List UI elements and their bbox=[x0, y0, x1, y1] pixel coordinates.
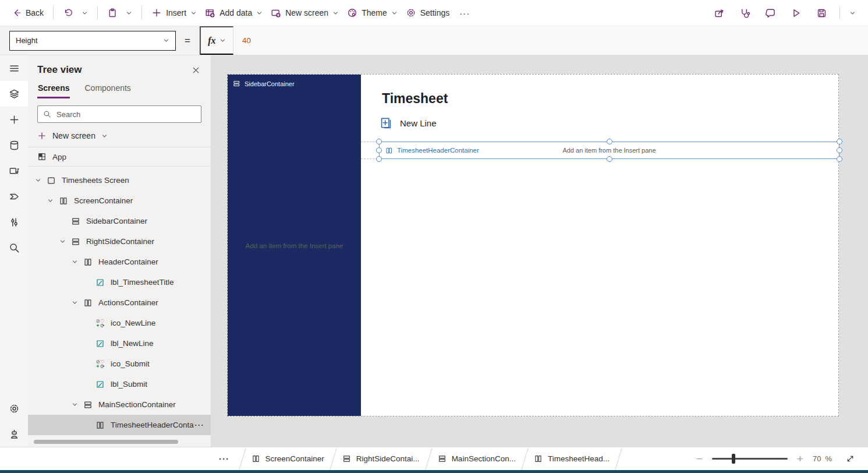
zoom-out-button[interactable]: − bbox=[696, 453, 703, 464]
horizontal-scrollbar[interactable] bbox=[34, 440, 178, 444]
sidebar-container[interactable]: SidebarContainer Add an item from the In… bbox=[228, 75, 361, 416]
formula-input[interactable]: 40 bbox=[233, 36, 260, 45]
rail-media-button[interactable] bbox=[0, 158, 28, 183]
preview-button[interactable] bbox=[783, 3, 809, 22]
save-button[interactable] bbox=[809, 3, 834, 22]
breadcrumb-item-TimesheetHead[interactable]: TimesheetHead... bbox=[534, 454, 610, 463]
tree-item-lbl_TimesheetTitle[interactable]: lbl_TimesheetTitle bbox=[28, 272, 211, 292]
new-line-control[interactable]: New Line bbox=[380, 117, 437, 129]
tree-item-lbl_Submit[interactable]: lbl_Submit bbox=[28, 374, 211, 394]
tree-item-HeaderContainer[interactable]: HeaderContainer bbox=[28, 252, 211, 272]
rail-power-automate-button[interactable] bbox=[0, 183, 28, 209]
comments-button[interactable] bbox=[757, 3, 783, 22]
new-screen-button[interactable]: New screen bbox=[267, 5, 343, 20]
rail-search-button[interactable] bbox=[0, 235, 28, 260]
resize-handle[interactable] bbox=[607, 156, 612, 162]
new-screen-label: New screen bbox=[285, 8, 328, 17]
gear-icon bbox=[9, 403, 20, 414]
tree-item-app[interactable]: App bbox=[28, 147, 211, 167]
zoom-slider[interactable] bbox=[712, 458, 788, 460]
power-automate-icon bbox=[9, 191, 20, 202]
tree-item-label: ico_NewLine bbox=[111, 319, 155, 327]
rail-tree-view-button[interactable] bbox=[0, 81, 28, 107]
chevron-down-icon[interactable] bbox=[59, 238, 70, 246]
insert-button[interactable]: Insert bbox=[147, 5, 201, 20]
chevron-down-icon[interactable] bbox=[72, 258, 82, 266]
breadcrumb-item-MainSectionCon[interactable]: MainSectionCon... bbox=[438, 454, 516, 463]
selected-timesheet-header-container[interactable]: TimesheetHeaderContainer Add an item fro… bbox=[379, 142, 839, 159]
container-v-icon bbox=[83, 400, 93, 410]
tree-item-label: TimesheetHeaderConta bbox=[111, 421, 194, 429]
chevron-down-icon[interactable] bbox=[35, 177, 45, 185]
paste-menu-button[interactable] bbox=[122, 8, 136, 19]
timesheet-title-label[interactable]: Timesheet bbox=[382, 91, 448, 107]
breadcrumb-item-RightSideContai[interactable]: RightSideContai... bbox=[342, 454, 420, 463]
rail-virtual-agent-button[interactable] bbox=[0, 421, 28, 447]
tree-item-ScreenContainer[interactable]: ScreenContainer bbox=[28, 190, 211, 211]
screen-main-area: Timesheet New Line TimesheetHeaderContai… bbox=[361, 75, 838, 416]
app-checker-button[interactable] bbox=[732, 3, 757, 22]
rail-settings-button[interactable] bbox=[0, 396, 28, 421]
property-dropdown[interactable]: Height bbox=[9, 31, 176, 51]
back-button[interactable]: Back bbox=[8, 6, 48, 20]
tree-item-ico_NewLine[interactable]: ⊘♡+⟳ico_NewLine bbox=[28, 313, 211, 333]
rail-data-button[interactable] bbox=[0, 132, 28, 158]
add-data-button[interactable]: Add data bbox=[201, 5, 267, 20]
zoom-slider-thumb[interactable] bbox=[732, 454, 735, 464]
tab-components[interactable]: Components bbox=[84, 80, 131, 98]
tree-item-SidebarContainer[interactable]: SidebarContainer bbox=[28, 211, 211, 231]
resize-handle[interactable] bbox=[837, 139, 842, 144]
resize-handle[interactable] bbox=[376, 147, 382, 153]
zoom-in-button[interactable]: + bbox=[797, 453, 803, 464]
rail-menu-button[interactable] bbox=[0, 55, 28, 81]
share-button[interactable] bbox=[706, 3, 732, 22]
chevron-down-icon[interactable] bbox=[72, 401, 82, 409]
new-line-icon[interactable] bbox=[380, 117, 392, 129]
search-box[interactable] bbox=[37, 105, 201, 123]
fx-dropdown[interactable]: fx bbox=[200, 26, 233, 55]
tree-new-screen-button[interactable]: New screen bbox=[28, 128, 211, 147]
rail-advanced-tools-button[interactable] bbox=[0, 209, 28, 235]
breadcrumb-separator bbox=[239, 448, 246, 470]
more-options-icon[interactable]: ··· bbox=[195, 421, 205, 429]
resize-handle[interactable] bbox=[837, 156, 842, 162]
container-h-icon bbox=[83, 298, 93, 308]
resize-handle[interactable] bbox=[607, 139, 612, 144]
app-screen[interactable]: SidebarContainer Add an item from the In… bbox=[227, 74, 839, 416]
new-line-label[interactable]: New Line bbox=[400, 118, 437, 128]
settings-button[interactable]: Settings bbox=[402, 5, 454, 20]
tree-item-lbl_NewLine[interactable]: lbl_NewLine bbox=[28, 333, 211, 354]
resize-handle[interactable] bbox=[376, 139, 382, 144]
chevron-down-icon[interactable] bbox=[47, 197, 58, 205]
label-icon bbox=[95, 380, 105, 389]
chevron-down-icon bbox=[849, 10, 856, 16]
tree-item-ActionsContainer[interactable]: ActionsContainer bbox=[28, 292, 211, 313]
tree-item-Timesheets Screen[interactable]: Timesheets Screen bbox=[28, 170, 211, 190]
search-input[interactable] bbox=[56, 110, 196, 119]
resize-handle[interactable] bbox=[376, 156, 382, 162]
toolbar-overflow-button[interactable]: ··· bbox=[454, 8, 476, 18]
tree-item-ico_Submit[interactable]: ⊘♡+⟳ico_Submit bbox=[28, 354, 211, 374]
app-label: App bbox=[52, 153, 66, 161]
undo-menu-button[interactable] bbox=[77, 8, 92, 19]
chevron-down-icon[interactable] bbox=[72, 299, 82, 307]
tab-screens[interactable]: Screens bbox=[37, 80, 70, 98]
tree-item-RightSideContainer[interactable]: RightSideContainer bbox=[28, 231, 211, 252]
breadcrumb-item-ScreenContainer[interactable]: ScreenContainer bbox=[251, 454, 324, 463]
database-icon bbox=[9, 140, 20, 151]
chevron-down-icon bbox=[126, 10, 132, 16]
close-panel-button[interactable] bbox=[192, 66, 200, 75]
clipboard-icon bbox=[107, 8, 118, 18]
container-v-icon bbox=[71, 217, 80, 226]
rail-insert-button[interactable] bbox=[0, 107, 28, 132]
undo-button[interactable] bbox=[59, 5, 77, 20]
tree-item-TimesheetHeaderConta[interactable]: TimesheetHeaderConta··· bbox=[28, 415, 211, 435]
tree-item-MainSectionContainer[interactable]: MainSectionContainer bbox=[28, 394, 211, 415]
icon-set-icon: ⊘♡+⟳ bbox=[95, 319, 105, 328]
save-menu-button[interactable] bbox=[845, 8, 860, 19]
resize-handle[interactable] bbox=[837, 147, 842, 153]
paste-button[interactable] bbox=[103, 5, 122, 20]
fit-to-screen-button[interactable] bbox=[841, 450, 859, 468]
breadcrumb-overflow-button[interactable]: ··· bbox=[215, 454, 233, 464]
theme-button[interactable]: Theme bbox=[343, 5, 402, 20]
